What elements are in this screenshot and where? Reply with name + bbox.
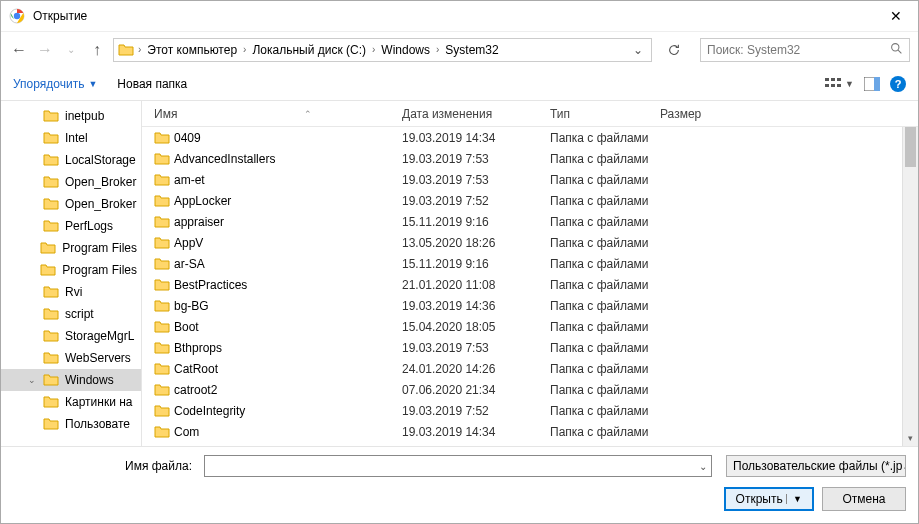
file-type: Папка с файлами xyxy=(550,236,710,250)
cancel-button[interactable]: Отмена xyxy=(822,487,906,511)
file-date: 24.01.2020 14:26 xyxy=(402,362,550,376)
folder-icon xyxy=(40,240,56,256)
file-name: Com xyxy=(174,425,402,439)
file-date: 19.03.2019 14:34 xyxy=(402,425,550,439)
file-name: catroot2 xyxy=(174,383,402,397)
scroll-down-icon[interactable]: ▾ xyxy=(903,430,918,446)
filetype-select[interactable]: Пользовательские файлы (*.jp ⌄ xyxy=(726,455,906,477)
tree-node[interactable]: Open_Broker xyxy=(1,171,141,193)
content-area: inetpubIntelLocalStorageOpen_BrokerOpen_… xyxy=(1,101,918,447)
svg-rect-6 xyxy=(837,78,841,81)
file-date: 19.03.2019 14:36 xyxy=(402,299,550,313)
forward-button[interactable]: → xyxy=(35,41,55,59)
svg-point-1 xyxy=(14,13,20,19)
file-date: 19.03.2019 7:53 xyxy=(402,341,550,355)
folder-icon xyxy=(43,108,59,124)
help-icon[interactable]: ? xyxy=(890,76,906,92)
file-type: Папка с файлами xyxy=(550,278,710,292)
filename-input[interactable]: ⌄ xyxy=(204,455,712,477)
chevron-down-icon[interactable]: ▼ xyxy=(786,494,802,504)
tree-label: LocalStorage xyxy=(65,153,136,167)
close-icon[interactable]: ✕ xyxy=(882,4,910,28)
file-row[interactable]: CatRoot24.01.2020 14:26Папка с файлами xyxy=(142,358,918,379)
file-row[interactable]: ar-SA15.11.2019 9:16Папка с файлами xyxy=(142,253,918,274)
column-header-size[interactable]: Размер xyxy=(660,107,740,121)
preview-pane-button[interactable] xyxy=(864,77,880,91)
folder-icon xyxy=(154,298,174,314)
tree-node[interactable]: LocalStorage xyxy=(1,149,141,171)
new-folder-button[interactable]: Новая папка xyxy=(117,77,187,91)
expand-icon[interactable]: ⌄ xyxy=(27,375,37,385)
tree-node[interactable]: inetpub xyxy=(1,105,141,127)
tree-node[interactable]: Картинки на xyxy=(1,391,141,413)
file-row[interactable]: Com19.03.2019 14:34Папка с файлами xyxy=(142,421,918,442)
folder-tree[interactable]: inetpubIntelLocalStorageOpen_BrokerOpen_… xyxy=(1,101,141,446)
file-row[interactable]: 040919.03.2019 14:34Папка с файлами xyxy=(142,127,918,148)
tree-node[interactable]: Open_Broker xyxy=(1,193,141,215)
file-name: AppV xyxy=(174,236,402,250)
file-row[interactable]: CodeIntegrity19.03.2019 7:52Папка с файл… xyxy=(142,400,918,421)
folder-icon xyxy=(154,172,174,188)
file-list: Имя⌃ Дата изменения Тип Размер 040919.03… xyxy=(142,101,918,446)
chevron-right-icon: › xyxy=(138,44,141,55)
tree-node[interactable]: ⌄Windows xyxy=(1,369,141,391)
tree-node[interactable]: Intel xyxy=(1,127,141,149)
breadcrumb[interactable]: Локальный диск (C:) xyxy=(250,41,368,59)
tree-node[interactable]: Rvi xyxy=(1,281,141,303)
tree-node[interactable]: script xyxy=(1,303,141,325)
file-date: 19.03.2019 7:52 xyxy=(402,194,550,208)
chevron-down-icon[interactable]: ⌄ xyxy=(699,461,707,472)
refresh-button[interactable] xyxy=(662,38,686,62)
tree-node[interactable]: WebServers xyxy=(1,347,141,369)
file-name: CatRoot xyxy=(174,362,402,376)
column-headers: Имя⌃ Дата изменения Тип Размер xyxy=(142,101,918,127)
navbar: ← → ⌄ ↑ › Этот компьютер › Локальный дис… xyxy=(1,31,918,67)
vertical-scrollbar[interactable]: ▾ xyxy=(902,127,918,446)
file-row[interactable]: Boot15.04.2020 18:05Папка с файлами xyxy=(142,316,918,337)
back-button[interactable]: ← xyxy=(9,41,29,59)
folder-icon xyxy=(118,42,134,58)
file-row[interactable]: am-et19.03.2019 7:53Папка с файлами xyxy=(142,169,918,190)
breadcrumb[interactable]: Windows xyxy=(379,41,432,59)
folder-icon xyxy=(43,218,59,234)
file-date: 19.03.2019 7:53 xyxy=(402,173,550,187)
svg-rect-9 xyxy=(837,84,841,87)
tree-node[interactable]: PerfLogs xyxy=(1,215,141,237)
file-name: BestPractices xyxy=(174,278,402,292)
tree-label: WebServers xyxy=(65,351,131,365)
file-row[interactable]: bg-BG19.03.2019 14:36Папка с файлами xyxy=(142,295,918,316)
address-dropdown[interactable]: ⌄ xyxy=(629,43,647,57)
breadcrumb[interactable]: System32 xyxy=(443,41,500,59)
tree-label: inetpub xyxy=(65,109,104,123)
address-bar[interactable]: › Этот компьютер › Локальный диск (C:) ›… xyxy=(113,38,652,62)
search-input[interactable]: Поиск: System32 xyxy=(700,38,910,62)
breadcrumb[interactable]: Этот компьютер xyxy=(145,41,239,59)
tree-node[interactable]: StorageMgrL xyxy=(1,325,141,347)
column-header-date[interactable]: Дата изменения xyxy=(402,107,550,121)
scrollbar-thumb[interactable] xyxy=(905,127,916,167)
file-row[interactable]: Bthprops19.03.2019 7:53Папка с файлами xyxy=(142,337,918,358)
file-row[interactable]: AppV13.05.2020 18:26Папка с файлами xyxy=(142,232,918,253)
file-name: AppLocker xyxy=(174,194,402,208)
file-type: Папка с файлами xyxy=(550,383,710,397)
file-row[interactable]: BestPractices21.01.2020 11:08Папка с фай… xyxy=(142,274,918,295)
folder-icon xyxy=(43,152,59,168)
organize-menu[interactable]: Упорядочить ▼ xyxy=(13,77,97,91)
folder-icon xyxy=(154,424,174,440)
file-type: Папка с файлами xyxy=(550,362,710,376)
file-row[interactable]: appraiser15.11.2019 9:16Папка с файлами xyxy=(142,211,918,232)
file-row[interactable]: AppLocker19.03.2019 7:52Папка с файлами xyxy=(142,190,918,211)
recent-dropdown[interactable]: ⌄ xyxy=(61,44,81,55)
column-header-type[interactable]: Тип xyxy=(550,107,660,121)
folder-icon xyxy=(154,235,174,251)
file-row[interactable]: catroot207.06.2020 21:34Папка с файлами xyxy=(142,379,918,400)
open-button[interactable]: Открыть ▼ xyxy=(724,487,814,511)
view-options-button[interactable]: ▼ xyxy=(825,77,854,91)
tree-node[interactable]: Program Files xyxy=(1,237,141,259)
up-button[interactable]: ↑ xyxy=(87,41,107,59)
file-row[interactable]: AdvancedInstallers19.03.2019 7:53Папка с… xyxy=(142,148,918,169)
svg-rect-11 xyxy=(874,77,880,91)
column-header-name[interactable]: Имя⌃ xyxy=(154,107,402,121)
tree-node[interactable]: Пользовате xyxy=(1,413,141,435)
tree-node[interactable]: Program Files xyxy=(1,259,141,281)
